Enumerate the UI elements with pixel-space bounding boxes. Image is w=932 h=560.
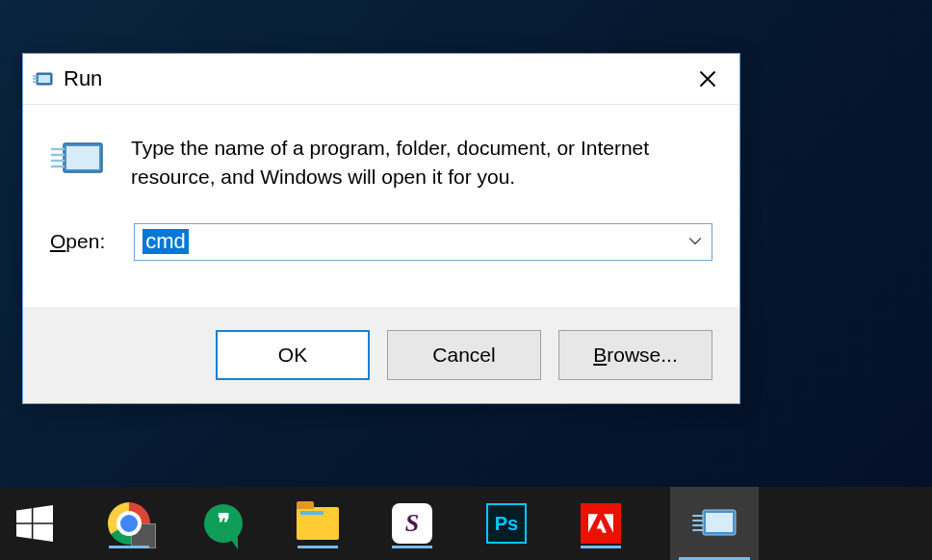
ok-button[interactable]: OK	[216, 330, 370, 380]
taskbar-item-file-explorer[interactable]	[293, 498, 343, 548]
open-indicator	[109, 546, 149, 548]
file-explorer-icon	[297, 507, 339, 540]
photoshop-icon: Ps	[486, 503, 527, 544]
taskbar-item-photoshop[interactable]: Ps	[481, 498, 531, 548]
dialog-titlebar[interactable]: Run	[23, 54, 739, 105]
open-row: Open: cmd	[23, 219, 739, 307]
taskbar-item-chrome[interactable]	[104, 498, 154, 548]
adobe-icon	[581, 503, 621, 544]
open-input-value: cmd	[142, 229, 189, 254]
taskbar: ❞ S Ps	[0, 487, 932, 560]
slack-icon: S	[392, 503, 432, 544]
svg-rect-5	[706, 513, 733, 532]
windows-icon	[16, 505, 53, 542]
dialog-footer: OK Cancel Browse...	[23, 307, 739, 403]
open-indicator	[298, 546, 338, 548]
svg-rect-3	[66, 146, 99, 169]
close-button[interactable]	[687, 62, 728, 96]
taskbar-item-run[interactable]	[670, 487, 759, 560]
open-indicator	[581, 546, 621, 548]
dialog-description: Type the name of a program, folder, docu…	[131, 134, 722, 192]
open-combobox[interactable]: cmd	[134, 223, 712, 261]
start-button[interactable]	[10, 498, 60, 548]
dialog-title: Run	[64, 66, 102, 91]
cancel-button[interactable]: Cancel	[387, 330, 541, 380]
hangouts-icon: ❞	[204, 504, 243, 543]
chevron-down-icon	[688, 237, 702, 246]
dialog-body: Type the name of a program, folder, docu…	[23, 105, 739, 219]
run-dialog: Run Type the name of a program, folder, …	[22, 53, 740, 404]
open-indicator	[392, 546, 432, 548]
browse-button[interactable]: Browse...	[558, 330, 712, 380]
svg-rect-1	[39, 75, 50, 83]
open-label: Open:	[50, 230, 105, 253]
chrome-icon	[108, 502, 150, 545]
run-large-icon	[50, 138, 106, 181]
open-combobox-text: cmd	[135, 224, 196, 260]
run-icon	[33, 68, 54, 89]
taskbar-item-slack[interactable]: S	[387, 498, 437, 548]
titlebar-left: Run	[33, 66, 102, 91]
run-icon	[691, 506, 738, 541]
combobox-dropdown-button[interactable]	[679, 224, 712, 260]
taskbar-item-adobe[interactable]	[576, 498, 626, 548]
taskbar-item-hangouts[interactable]: ❞	[198, 498, 248, 548]
close-icon	[698, 69, 717, 89]
